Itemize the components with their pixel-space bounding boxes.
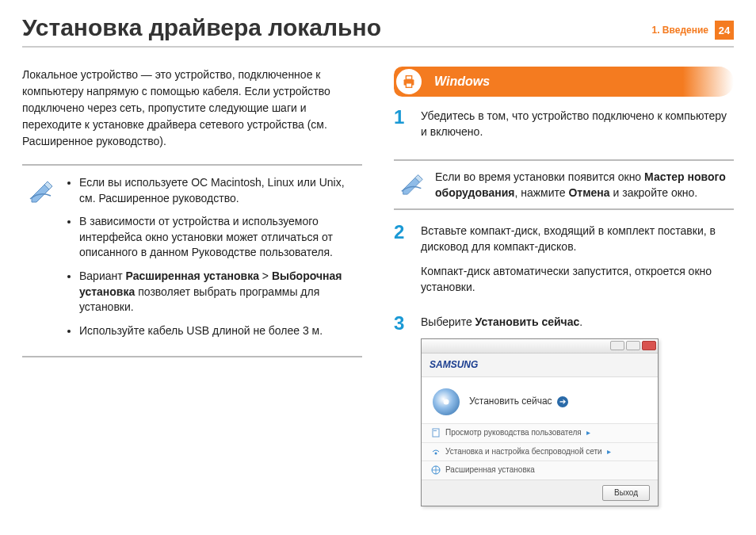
svg-rect-4: [433, 430, 437, 431]
note-icon: [399, 169, 426, 196]
section-title: Windows: [434, 75, 490, 89]
inline-note: Если во время установки появится окно Ма…: [394, 159, 734, 211]
cd-icon: [433, 388, 460, 415]
close-icon[interactable]: [642, 341, 656, 350]
svg-rect-2: [406, 83, 411, 88]
dialog-row-manual[interactable]: Просмотр руководства пользователя ▸: [422, 423, 658, 442]
step-2: 2 Вставьте компакт-диск, входящий в комп…: [394, 223, 734, 303]
maximize-icon[interactable]: [626, 341, 640, 350]
exit-button[interactable]: Выход: [602, 485, 650, 502]
arrow-right-icon: ➔: [557, 396, 568, 407]
step-number: 1: [394, 108, 411, 127]
dialog-logo: SAMSUNG: [422, 353, 658, 377]
minimize-icon[interactable]: [610, 341, 624, 350]
play-icon: ▸: [607, 446, 611, 458]
printer-icon: [395, 67, 423, 96]
svg-rect-1: [406, 76, 411, 80]
step-number: 3: [394, 314, 411, 333]
inline-note-text: Если во время установки появится окно Ма…: [435, 169, 729, 201]
wireless-icon: [431, 447, 441, 457]
step-3-text: Выберите Установить сейчас.: [421, 314, 734, 330]
dialog-row-wireless[interactable]: Установка и настройка беспроводной сети …: [422, 442, 658, 461]
dialog-row-advanced[interactable]: Расширенная установка: [422, 460, 658, 480]
note-box: Если вы используете ОС Macintosh, Linux …: [22, 164, 362, 357]
page-title: Установка драйвера локально: [22, 14, 734, 48]
step-2-text-a: Вставьте компакт-диск, входящий в компле…: [421, 223, 734, 255]
installer-dialog: SAMSUNG Установить сейчас ➔ Просмотр рук…: [421, 338, 659, 506]
step-2-text-b: Компакт-диск автоматически запустится, о…: [421, 263, 734, 296]
step-1-text: Убедитесь в том, что устройство подключе…: [421, 108, 734, 140]
step-number: 2: [394, 223, 411, 242]
dialog-titlebar: [422, 339, 658, 353]
page-number-badge: 24: [715, 21, 734, 40]
svg-point-5: [435, 452, 437, 454]
play-icon: ▸: [586, 427, 590, 439]
intro-paragraph: Локальное устройство — это устройство, п…: [22, 67, 362, 150]
note-icon: [27, 175, 55, 204]
note-item-1: Если вы используете ОС Macintosh, Linux …: [79, 175, 357, 206]
step-1: 1 Убедитесь в том, что устройство подклю…: [394, 108, 734, 148]
globe-icon: [431, 465, 441, 475]
note-item-2: В зависимости от устройства и используем…: [79, 214, 357, 261]
note-item-4: Используйте кабель USB длиной не более 3…: [79, 323, 357, 339]
svg-rect-3: [433, 429, 439, 437]
note-item-3: Вариант Расширенная установка > Выборочн…: [79, 269, 357, 315]
document-icon: [431, 428, 441, 438]
install-now-button[interactable]: Установить сейчас ➔: [469, 395, 568, 408]
section-heading: Windows: [394, 67, 734, 97]
step-3: 3 Выберите Установить сейчас. SAMSUNG: [394, 314, 734, 506]
breadcrumb-section: 1. Введение: [652, 25, 709, 36]
